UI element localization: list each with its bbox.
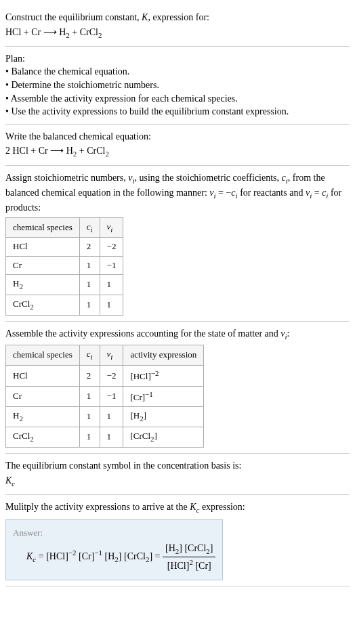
plan-bullet-2: • Determine the stoichiometric numbers. — [5, 79, 350, 92]
act-base: [CrCl — [130, 431, 150, 441]
species-sub: 2 — [19, 282, 23, 290]
ans-t5: ] = — [149, 551, 163, 561]
cell-nu: 1 — [100, 427, 123, 448]
multiply-text: Mulitply the activity expressions to arr… — [5, 500, 350, 515]
num-b: ] [CrCl — [179, 543, 206, 553]
table-header-row: chemical species ci νi activity expressi… — [6, 345, 204, 366]
cell-species: HCl — [6, 238, 80, 256]
act-sup: −1 — [145, 390, 153, 398]
i-sub: i — [110, 225, 112, 233]
species-sub: 2 — [30, 435, 34, 443]
stoich-eq2: = — [312, 188, 322, 198]
stoich-section: Assign stoichiometric numbers, νi, using… — [5, 166, 350, 322]
cell-c: 1 — [79, 274, 100, 295]
table-row: HCl 2 −2 — [6, 238, 123, 256]
bal-h2: H — [66, 146, 73, 156]
cell-activity: [Cr]−1 — [123, 386, 204, 407]
th-ci: ci — [79, 217, 100, 238]
cell-c: 2 — [79, 366, 100, 387]
cell-species: CrCl2 — [6, 295, 80, 315]
act-close: ] — [154, 431, 157, 441]
symbol-section: The equilibrium constant symbol in the c… — [5, 454, 350, 495]
th-species: chemical species — [6, 217, 80, 238]
den-b: [Cr] — [193, 561, 211, 571]
act-t1: Assemble the activity expressions accoun… — [5, 328, 280, 339]
cell-c: 1 — [79, 256, 100, 274]
k-letter: K — [26, 551, 33, 561]
cell-species: HCl — [6, 366, 80, 387]
numerator: [H2] [CrCl2] — [163, 542, 216, 557]
symbol-text: The equilibrium constant symbol in the c… — [5, 459, 350, 473]
table-row: HCl 2 −2 [HCl]−2 — [6, 366, 204, 387]
table-row: Cr 1 −1 [Cr]−1 — [6, 386, 204, 407]
kc-symbol: Kc — [5, 474, 350, 489]
cell-species: Cr — [6, 386, 80, 407]
table-row: H2 1 1 — [6, 274, 123, 295]
fraction: [H2] [CrCl2][HCl]2 [Cr] — [163, 542, 216, 572]
th-species: chemical species — [6, 345, 80, 366]
stoich-table: chemical species ci νi HCl 2 −2 Cr 1 −1 … — [5, 217, 123, 316]
ans-sup2: −1 — [94, 549, 102, 557]
cell-nu: −1 — [100, 256, 123, 274]
eq-lhs: HCl + Cr — [5, 27, 41, 37]
num-c: ] — [210, 543, 213, 553]
k-sub: c — [12, 479, 15, 487]
balanced-section: Write the balanced chemical equation: 2 … — [5, 125, 350, 166]
balanced-header: Write the balanced chemical equation: — [5, 130, 350, 144]
species-text: CrCl — [13, 431, 30, 441]
activity-section: Assemble the activity expressions accoun… — [5, 322, 350, 454]
species-sub: 2 — [30, 302, 34, 310]
cell-activity: [HCl]−2 — [123, 366, 204, 387]
colon: : — [287, 328, 290, 339]
species-text: H — [13, 410, 19, 421]
intro-text: Construct the equilibrium constant, — [5, 12, 142, 22]
table-row: H2 1 1 [H2] — [6, 407, 204, 427]
act-sup: −2 — [151, 369, 159, 377]
eq-h2: H — [59, 27, 66, 37]
act-base: [H — [130, 410, 140, 421]
stoich-t4: for reactants and — [238, 188, 306, 198]
cell-species: H2 — [6, 407, 80, 427]
intro-section: Construct the equilibrium constant, K, e… — [5, 5, 350, 47]
k-letter: K — [5, 475, 12, 486]
eq-crcl2-sub: 2 — [98, 30, 102, 39]
cell-c: 1 — [79, 427, 100, 448]
ans-t1: = [HCl] — [36, 551, 68, 561]
balanced-equation: 2 HCl + Cr ⟶ H2 + CrCl2 — [5, 144, 350, 159]
table-row: CrCl2 1 1 [CrCl2] — [6, 427, 204, 448]
th-activity: activity expression — [123, 345, 204, 366]
eq-plus: + CrCl — [70, 27, 98, 37]
plan-bullet-1: • Balance the chemical equation. — [5, 65, 350, 79]
plan-bullet-3: • Assemble the activity expression for e… — [5, 92, 350, 106]
arrow-icon: ⟶ — [43, 27, 57, 37]
act-base: [Cr] — [130, 392, 145, 402]
bal-lhs: 2 HCl + Cr — [5, 146, 48, 156]
mult-t1: Mulitply the activity expressions to arr… — [5, 502, 190, 512]
cell-activity: [CrCl2] — [123, 427, 204, 448]
cell-nu: 1 — [100, 274, 123, 295]
num-a: [H — [165, 543, 175, 553]
unbalanced-equation: HCl + Cr ⟶ H2 + CrCl2 — [5, 26, 350, 41]
cell-nu: −2 — [100, 366, 123, 387]
bal-crcl2-sub: 2 — [105, 150, 109, 158]
cell-nu: −2 — [100, 238, 123, 256]
stoich-t1: Assign stoichiometric numbers, — [5, 173, 128, 183]
plan-section: Plan: • Balance the chemical equation. •… — [5, 47, 350, 125]
ans-t3: [H — [102, 551, 114, 561]
cell-nu: 1 — [100, 295, 123, 315]
ans-t4: ] [CrCl — [119, 551, 146, 561]
cell-species: H2 — [6, 274, 80, 295]
table-row: Cr 1 −1 — [6, 256, 123, 274]
den-a: [HCl] — [167, 561, 190, 571]
answer-label: Answer: — [13, 527, 215, 539]
cell-species: CrCl2 — [6, 427, 80, 448]
k-letter: K — [190, 502, 196, 512]
multiply-section: Mulitply the activity expressions to arr… — [5, 495, 350, 586]
table-row: CrCl2 1 1 — [6, 295, 123, 315]
answer-box: Answer: Kc = [HCl]−2 [Cr]−1 [H2] [CrCl2]… — [5, 519, 223, 580]
k-symbol: K — [142, 12, 148, 22]
act-close: ] — [144, 410, 146, 421]
cell-nu: −1 — [100, 386, 123, 407]
i-sub: i — [91, 225, 93, 233]
arrow-icon: ⟶ — [50, 146, 64, 156]
